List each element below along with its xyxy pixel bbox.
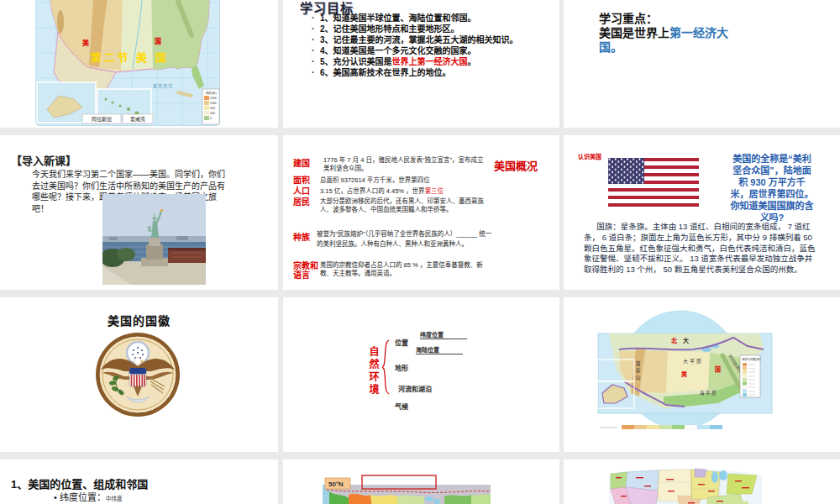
label-guo: 国 — [715, 365, 721, 373]
svg-text:海拔与深度(米): 海拔与深度(米) — [742, 357, 761, 361]
flag-meaning-paragraph: 国旗：星条旗。主体由 13 道红、白相间的宽条组成， 7 道红条， 6 道白条；… — [584, 222, 819, 276]
objective-item: 4、知道美国是一个多元文化交融的国家。 — [312, 45, 557, 56]
row-label: 建国 — [293, 159, 310, 168]
label-rockies: 落基山 — [635, 360, 640, 381]
svg-text:2000: 2000 — [210, 97, 217, 100]
us-states-map — [607, 465, 764, 504]
row-label: 种族 — [293, 233, 310, 242]
map-label-guo: 国 — [155, 37, 161, 45]
key-point-text: 美国是世界上第一经济大国。 — [599, 26, 732, 55]
flag-canton — [608, 158, 644, 184]
slide-11-climate-map[interactable]: 50°N — [283, 459, 559, 504]
chapter-title-overlay: 第二节 美 国 — [90, 51, 168, 64]
concept-item-terrain: 地形 — [395, 363, 408, 372]
slide-12-states-map[interactable] — [564, 459, 840, 504]
label-da: 大 — [683, 337, 689, 344]
label-plains: 大平原 — [683, 358, 703, 365]
row-text: 被誉为“民族熔炉”（几乎容纳了全世界各民族的人）______ 统一的美利坚民族。… — [317, 229, 493, 249]
climate-map-50n: 50°N — [318, 473, 495, 504]
slide-4-intro[interactable]: 【导入新课】 今天我们来学习第二个国家——美国。同学们，你们去过美国吗？你们生活… — [0, 135, 278, 290]
us-topographic-map: 美 国 第二节 美 国 墨西哥湾 阿拉斯加 夏威夷 海拔(米) 2000 100… — [35, 0, 220, 126]
label-coastal-plain: 海平原 — [700, 390, 717, 396]
row-text: 大部分是欧洲移民的后代，还有黑人、印第安人、墨西哥族人、波多黎各人、中国血统美国… — [320, 197, 484, 213]
slide-10-position[interactable]: 1、美国的位置、组成和邻国 • 纬度位置：中纬度 • 半球位置 — [0, 459, 278, 504]
row-label: 面积 — [293, 176, 310, 185]
overview-title: 美国概况 — [494, 157, 538, 173]
row-label: 居民 — [293, 197, 310, 207]
slide-3-key-point[interactable]: 学习重点： 美国是世界上第一经济大国。 — [564, 0, 840, 128]
concept-sub-land-sea: 海陆位置 — [416, 345, 439, 354]
objective-item: 2、记住美国地形特点和主要地形区。 — [312, 24, 557, 34]
row-label: 人口 — [293, 186, 310, 196]
svg-text:1000: 1000 — [210, 102, 217, 105]
svg-text:500: 500 — [210, 107, 215, 110]
elevation-scale-bar — [601, 425, 722, 429]
row-label: 宗教和语言 — [293, 261, 322, 280]
slide-7-emblem[interactable]: 美国的国徽 — [0, 297, 278, 452]
inset-label-alaska: 阿拉斯加 — [92, 116, 112, 123]
brace-icon — [381, 339, 391, 395]
concept-item-climate: 气候 — [395, 402, 408, 411]
row-text: 总面积 9372614 平方千米，世界第四位 — [320, 176, 488, 185]
objective-item: 6、美国高新技术在世界上的地位。 — [312, 67, 557, 78]
slide-6-flag[interactable]: 认识美国 美国的全称是“美利坚合众国”，陆地面积 930 万平方千米，居世界第四… — [564, 135, 840, 290]
latitude-label: 50°N — [328, 480, 344, 488]
emblem-title: 美国的国徽 — [0, 312, 278, 328]
row-text: 美国的宗教信仰者占总人口的 85 % ，主要信奉基督教、新教、天主教等。通用英语… — [320, 261, 484, 277]
slide-5-overview[interactable]: 美国概况 建国 1776 年 7 月 4 日，殖民地人民发表“独立宣言”，宣布成… — [283, 135, 559, 290]
objective-item: 1、知道美国半球位置、海陆位置和邻国。 — [312, 13, 557, 24]
objective-item: 5、充分认识美国是世界上第一经济大国。 — [312, 56, 557, 67]
label-mei: 美 — [681, 370, 688, 378]
north-america-terrain-map: 北 大 美 国 落基山 大平原 阿巴拉契亚山脉 海平原 海拔与深度(米) — [584, 309, 812, 437]
bullet-latitude: • 纬度位置：中纬度 — [54, 490, 122, 503]
key-point-heading: 学习重点： — [599, 12, 732, 26]
statue-of-liberty-photo — [102, 194, 206, 285]
slide-9-terrain-map[interactable]: 北 大 美 国 落基山 大平原 阿巴拉契亚山脉 海平原 海拔与深度(米) — [564, 297, 840, 452]
slide-1-us-map[interactable]: 美 国 第二节 美 国 墨西哥湾 阿拉斯加 夏威夷 海拔(米) 2000 100… — [0, 0, 278, 128]
objective-item: 3、记住最主要的河流，掌握北美五大湖的相关知识。 — [312, 34, 557, 45]
bullet-dot: • — [54, 492, 60, 502]
elevation-legend: 海拔(米) 2000 1000 500 200 0 — [202, 89, 219, 124]
map-label-mei: 美 — [82, 39, 90, 47]
intro-header: 【导入新课】 — [11, 152, 76, 168]
slide-2-objectives[interactable]: 学习目标 1、知道美国半球位置、海陆位置和邻国。 2、记住美国地形特点和主要地形… — [283, 0, 559, 128]
label-north: 北 — [671, 337, 677, 344]
concept-item-rivers: 河流和湖泊 — [398, 384, 432, 393]
concept-item-position: 位置 — [395, 338, 408, 347]
concept-sub-latitude: 纬度位置 — [420, 330, 444, 339]
row-text: 3.15 亿，占世界人口的 4.45% ，世界第三位 — [320, 187, 496, 196]
slide-8-concept-map[interactable]: 自然环境 位置 纬度位置 海陆位置 地形 河流和湖泊 气候 — [283, 297, 559, 452]
svg-text:200: 200 — [210, 112, 215, 115]
svg-text:0: 0 — [210, 117, 212, 120]
us-flag — [608, 158, 699, 207]
flag-intro-text: 美国的全称是“美利坚合众国”，陆地面积 930 万平方千米，居世界第四位。你知道… — [730, 153, 814, 223]
flag-section-tag: 认识美国 — [578, 152, 601, 160]
svg-text:海拔(米): 海拔(米) — [205, 91, 216, 95]
great-seal-emblem — [94, 331, 181, 418]
inset-label-hawaii: 夏威夷 — [130, 116, 145, 123]
sea-label: 墨西哥湾 — [153, 83, 173, 89]
row-text: 1776 年 7 月 4 日，殖民地人民发表“独立宣言”，宣布成立美利坚合众国。 — [323, 156, 485, 172]
concept-root: 自然环境 — [366, 346, 381, 396]
depth-elevation-legend: 海拔与深度(米) — [740, 355, 761, 397]
